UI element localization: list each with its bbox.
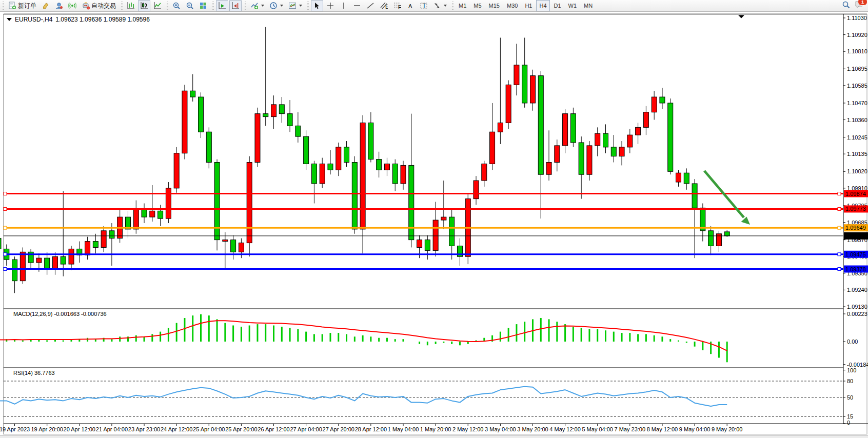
chart-symbol-period: EURUSD-,H4 [15, 16, 52, 23]
metaeditor-icon [42, 2, 50, 10]
svg-text:19 Apr 20:00: 19 Apr 20:00 [31, 426, 63, 432]
svg-text:T: T [423, 3, 426, 9]
chart-shift-icon [231, 2, 240, 10]
periods-button[interactable] [267, 0, 285, 11]
svg-text:27 Apr 20:00: 27 Apr 20:00 [323, 426, 354, 432]
arrows-dropdown-icon [444, 5, 447, 7]
timeframe-m5-button[interactable]: M5 [470, 0, 484, 11]
main-toolbar: 新订单 自动交易 [0, 0, 868, 12]
rsi-indicator-title: RSI(14) 36.7763 [13, 370, 55, 376]
toolbar-grip[interactable] [307, 2, 309, 10]
autotrading-icon [82, 2, 90, 10]
fibonacci-button[interactable]: F [391, 0, 403, 11]
svg-text:4 May 12:00: 4 May 12:00 [549, 426, 581, 432]
timeframe-h1-button[interactable]: H1 [522, 0, 535, 11]
toolbar-grip[interactable] [2, 2, 5, 10]
horizontal-line-icon [353, 2, 361, 10]
zoom-out-icon [186, 2, 194, 10]
line-chart-button[interactable] [151, 0, 164, 11]
toolbar-group-chart-type [119, 0, 164, 11]
symbol-dropdown-icon[interactable] [7, 18, 12, 21]
timeframe-d1-button[interactable]: D1 [551, 0, 564, 11]
notification-badge: 1 [858, 0, 867, 6]
svg-text:20 Apr 12:00: 20 Apr 12:00 [64, 426, 95, 432]
timeframe-m30-button[interactable]: M30 [504, 0, 521, 11]
bar-chart-button[interactable] [125, 0, 137, 11]
trendline-button[interactable] [364, 0, 377, 11]
svg-text:1.10695: 1.10695 [847, 66, 867, 72]
svg-text:1.10470: 1.10470 [847, 100, 867, 106]
status-strip [0, 435, 868, 438]
autotrading-label: 自动交易 [91, 2, 116, 10]
line-chart-icon [153, 2, 162, 10]
svg-text:25 Apr 20:00: 25 Apr 20:00 [225, 426, 257, 432]
signals-icon [68, 2, 76, 10]
metaeditor-button[interactable] [40, 0, 52, 11]
new-order-label: 新订单 [18, 2, 36, 10]
toolbar-grip[interactable] [451, 2, 454, 10]
svg-text:26 Apr 12:00: 26 Apr 12:00 [258, 426, 289, 432]
tile-windows-button[interactable] [197, 0, 209, 11]
toolbar-group-objects: E F A T [305, 0, 449, 11]
indicators-button[interactable] [248, 0, 266, 11]
svg-text:9 May 20:00: 9 May 20:00 [712, 426, 743, 432]
toolbar-grip[interactable] [166, 2, 169, 10]
toolbar-group-scroll [210, 0, 242, 11]
new-order-button[interactable]: 新订单 [6, 0, 38, 11]
candlestick-chart-button[interactable] [138, 0, 150, 11]
svg-text:21 Apr 04:00: 21 Apr 04:00 [96, 426, 128, 432]
toolbar-group-zoom [164, 0, 210, 11]
templates-button[interactable] [286, 0, 304, 11]
svg-text:E: E [385, 4, 388, 10]
toolbar-grip[interactable] [121, 2, 123, 10]
arrows-tool-button[interactable] [431, 0, 449, 11]
horizontal-line-button[interactable] [351, 0, 363, 11]
timeframe-w1-button[interactable]: W1 [565, 0, 580, 11]
svg-text:2 May 12:00: 2 May 12:00 [452, 426, 484, 432]
crosshair-button[interactable] [324, 0, 337, 11]
signals-button[interactable] [66, 0, 78, 11]
toolbar-group-timeframes: M1M5M15M30H1H4D1W1MN [449, 0, 596, 11]
svg-text:1 May 04:00: 1 May 04:00 [388, 426, 419, 432]
autotrading-button[interactable]: 自动交易 [80, 0, 118, 11]
crosshair-icon [326, 2, 334, 10]
search-icon[interactable] [842, 1, 851, 11]
clock-icon [269, 2, 278, 10]
timeframe-m1-button[interactable]: M1 [456, 0, 469, 11]
chart-shift-button[interactable] [229, 0, 242, 11]
svg-text:9 May 04:00: 9 May 04:00 [679, 426, 711, 432]
fibonacci-icon: F [393, 2, 401, 10]
notifications-button[interactable]: 1 [855, 1, 864, 11]
indicators-icon [250, 2, 259, 10]
toolbar-grip[interactable] [212, 2, 214, 10]
svg-text:1.09240: 1.09240 [847, 287, 867, 293]
zoom-out-button[interactable] [184, 0, 196, 11]
timeframe-mn-button[interactable]: MN [581, 0, 596, 11]
vertical-line-button[interactable] [338, 0, 350, 11]
chart-canvas[interactable]: 1.110301.109201.108101.106951.105851.104… [0, 0, 868, 438]
zoom-in-button[interactable] [170, 0, 183, 11]
timeframe-m15-button[interactable]: M15 [486, 0, 503, 11]
svg-text:27 Apr 04:00: 27 Apr 04:00 [290, 426, 322, 432]
svg-text:80: 80 [847, 378, 853, 384]
equidistant-channel-button[interactable]: E [378, 0, 390, 11]
chart-ohlc-values: 1.09623 1.09636 1.09589 1.09596 [55, 16, 150, 23]
equidistant-channel-icon: E [380, 2, 388, 10]
templates-dropdown-icon [299, 5, 302, 7]
svg-text:1.09475: 1.09475 [845, 251, 866, 257]
templates-icon [288, 2, 297, 10]
profile-button[interactable] [53, 0, 65, 11]
toolbar-grip[interactable] [244, 2, 247, 10]
svg-text:1.11030: 1.11030 [847, 15, 867, 21]
timeframe-h4-button[interactable]: H4 [536, 0, 549, 11]
text-button[interactable]: A [404, 0, 417, 11]
indicators-dropdown-icon [261, 5, 264, 7]
auto-scroll-button[interactable] [216, 0, 228, 11]
svg-text:1.10020: 1.10020 [847, 168, 867, 174]
text-label-icon: T [420, 2, 428, 10]
svg-text:1.10245: 1.10245 [847, 134, 867, 141]
text-label-button[interactable]: T [418, 0, 430, 11]
toolbar-group-insert [242, 0, 305, 11]
cursor-button[interactable] [311, 0, 323, 11]
svg-text:23 Apr 23:00: 23 Apr 23:00 [128, 426, 160, 432]
